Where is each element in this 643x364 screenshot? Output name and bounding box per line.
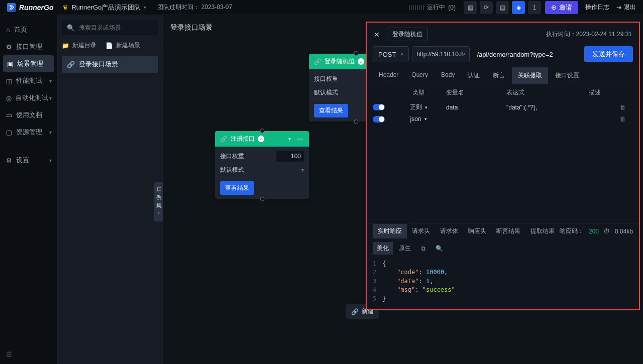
nav-settings[interactable]: ⚙设置▾ bbox=[0, 152, 57, 169]
view-result-button[interactable]: 查看结果 bbox=[314, 104, 348, 117]
trash-icon[interactable]: 🗑 bbox=[620, 115, 633, 123]
canvas-title: 登录接口场景 bbox=[170, 23, 212, 32]
new-folder-button[interactable]: 📁新建目录 bbox=[62, 41, 96, 50]
copy-icon[interactable]: ⧉ bbox=[417, 243, 430, 254]
type-select[interactable]: json▾ bbox=[391, 115, 446, 123]
node-title: 登录随机值 bbox=[325, 57, 355, 66]
chevron-down-icon: ▾ bbox=[144, 5, 146, 10]
notification-badge[interactable]: 1 bbox=[528, 1, 541, 14]
host-input[interactable] bbox=[412, 46, 470, 62]
node-register[interactable]: 🔗 注册接口 ✓ ▾ ⋯ 接口权重 默认模式▾ 查看结果 bbox=[215, 131, 309, 199]
response-editor[interactable]: 12345 { "code": 10000, "data": 1, "msg":… bbox=[367, 258, 639, 309]
chevron-down-icon: ▾ bbox=[49, 78, 52, 84]
action-icon-2[interactable]: ⟳ bbox=[480, 1, 493, 14]
team-selector[interactable]: ♛ RunnerGo产品演示团队 ▾ bbox=[62, 3, 146, 12]
nav-home[interactable]: ⌂首页 bbox=[0, 21, 57, 38]
nav-docs[interactable]: ▭使用文档 bbox=[0, 106, 57, 124]
tab-extract[interactable]: 关联提取 bbox=[512, 67, 548, 84]
restab-assert[interactable]: 断言结果 bbox=[491, 224, 525, 238]
weight-input[interactable] bbox=[276, 151, 304, 162]
var-cell[interactable]: data bbox=[446, 104, 506, 111]
scene-name: 登录接口场景 bbox=[79, 60, 118, 69]
close-icon[interactable]: ✕ bbox=[374, 31, 380, 39]
tab-body[interactable]: Body bbox=[435, 67, 461, 84]
exec-time-value: 2023-02-24 11:29:31 bbox=[576, 31, 632, 38]
response-info: 响应码： 200 ⏱ 0.04kb bbox=[560, 227, 633, 235]
exit-link[interactable]: ⇥ 退出 bbox=[616, 3, 636, 12]
tab-settings[interactable]: 接口设置 bbox=[549, 67, 585, 84]
tab-query[interactable]: Query bbox=[405, 67, 434, 84]
type-select[interactable]: 正则▾ bbox=[391, 103, 446, 111]
table-row: 正则▾ data "data":(.*?), 🗑 bbox=[373, 101, 633, 113]
case-set-tab[interactable]: 用例集› bbox=[154, 182, 163, 221]
nav-perf[interactable]: ◫性能测试▾ bbox=[0, 72, 57, 89]
view-result-button[interactable]: 查看结果 bbox=[220, 181, 254, 195]
file-plus-icon: 📄 bbox=[105, 42, 113, 49]
new-scene-button[interactable]: 📄新建场景 bbox=[105, 41, 140, 50]
search-input[interactable] bbox=[79, 24, 154, 31]
panel-title: 登录随机值 bbox=[387, 28, 428, 41]
status-code: 200 bbox=[589, 228, 599, 235]
request-panel: ✕ 登录随机值 执行时间：2023-02-24 11:29:31 POST▾ 发… bbox=[366, 22, 640, 310]
exit-icon: ⇥ bbox=[616, 4, 621, 11]
node-handle-bottom[interactable] bbox=[260, 197, 264, 201]
path-input[interactable] bbox=[473, 46, 581, 62]
search-icon[interactable]: 🔍 bbox=[432, 243, 447, 254]
nav-label: 性能测试 bbox=[16, 76, 42, 85]
nav-scene[interactable]: ▣场景管理 bbox=[3, 55, 54, 72]
nav-auto[interactable]: ◎自动化测试▾ bbox=[0, 89, 57, 106]
col-var: 变量名 bbox=[446, 88, 506, 97]
restab-reshead[interactable]: 响应头 bbox=[463, 224, 491, 238]
new-folder-label: 新建目录 bbox=[72, 41, 96, 50]
search-box[interactable]: 🔍 bbox=[62, 20, 158, 35]
method-value: POST bbox=[378, 51, 396, 58]
action-icon-3[interactable]: ▤ bbox=[496, 1, 509, 14]
tab-assert[interactable]: 断言 bbox=[487, 67, 511, 84]
restab-live[interactable]: 实时响应 bbox=[373, 224, 407, 238]
expr-cell[interactable]: "data":(.*?), bbox=[506, 104, 570, 111]
logo-mark-icon bbox=[7, 3, 16, 12]
search-icon: 🔍 bbox=[67, 24, 75, 32]
monitor-icon: ▢ bbox=[6, 129, 12, 136]
weight-label: 接口权重 bbox=[314, 75, 338, 83]
action-icon-1[interactable]: ▦ bbox=[464, 1, 477, 14]
cube-icon[interactable]: ◈ bbox=[512, 1, 525, 14]
trash-icon[interactable]: 🗑 bbox=[620, 104, 633, 111]
tab-header[interactable]: Header bbox=[373, 67, 404, 84]
weight-label: 接口权重 bbox=[220, 152, 244, 161]
method-select[interactable]: POST▾ bbox=[373, 46, 409, 62]
oplog-link[interactable]: 操作日志 bbox=[585, 3, 609, 12]
chevron-down-icon: ▾ bbox=[401, 52, 403, 57]
folder-plus-icon: 📁 bbox=[62, 42, 69, 49]
tree-panel: 🔍 📁新建目录 📄新建场景 🔗 登录接口场景 bbox=[57, 15, 163, 364]
node-handle-top[interactable] bbox=[354, 51, 358, 56]
nav-res[interactable]: ▢资源管理▾ bbox=[0, 124, 57, 141]
beautify-tab[interactable]: 美化 bbox=[373, 242, 393, 255]
link-icon: 🔗 bbox=[314, 58, 322, 65]
scene-item[interactable]: 🔗 登录接口场景 bbox=[62, 56, 158, 73]
node-handle-top[interactable] bbox=[260, 129, 264, 133]
chevron-down-icon[interactable]: ▾ bbox=[288, 136, 291, 142]
invite-button[interactable]: ⊕ 邀请 bbox=[545, 1, 578, 14]
response-size: 0.04kb bbox=[615, 228, 633, 235]
exit-label: 退出 bbox=[624, 3, 636, 12]
tree-actions: 📁新建目录 📄新建场景 bbox=[62, 41, 158, 50]
json-code: 10000 bbox=[426, 269, 444, 276]
collapse-sidenav[interactable]: ☰ bbox=[0, 344, 57, 364]
tab-auth[interactable]: 认证 bbox=[462, 67, 486, 84]
home-icon: ⌂ bbox=[6, 26, 10, 34]
restab-extract[interactable]: 提取结果 bbox=[525, 224, 560, 238]
table-row: json▾ 🗑 bbox=[373, 113, 633, 125]
restab-reqbody[interactable]: 请求体 bbox=[435, 224, 463, 238]
col-desc: 描述 bbox=[570, 88, 620, 97]
toggle-switch[interactable] bbox=[373, 116, 385, 123]
toggle-switch[interactable] bbox=[373, 104, 385, 110]
more-icon[interactable]: ⋯ bbox=[297, 136, 304, 143]
restab-reqhead[interactable]: 请求头 bbox=[407, 224, 435, 238]
line-gutter: 12345 bbox=[373, 260, 382, 303]
send-save-button[interactable]: 发送并保存 bbox=[584, 46, 633, 62]
nav-api[interactable]: ⚙接口管理 bbox=[0, 38, 57, 55]
raw-tab[interactable]: 原生 bbox=[395, 242, 415, 255]
chevron-down-icon[interactable]: ▾ bbox=[301, 167, 304, 173]
node-handle-bottom[interactable] bbox=[354, 119, 358, 124]
